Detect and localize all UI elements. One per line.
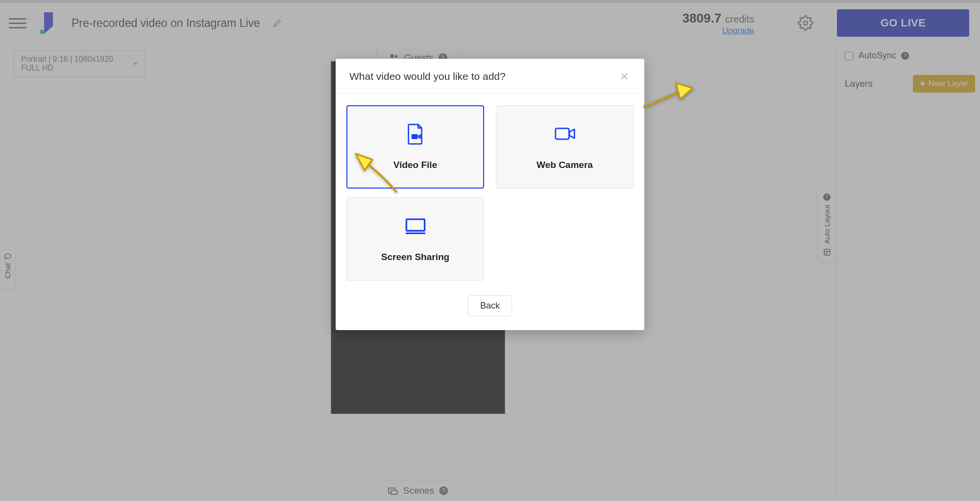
option-web-camera[interactable]: Web Camera (496, 105, 634, 189)
svg-rect-15 (405, 233, 425, 234)
web-camera-icon (554, 123, 576, 145)
option-screen-sharing[interactable]: Screen Sharing (346, 197, 484, 281)
video-file-icon (405, 123, 426, 145)
svg-rect-14 (406, 219, 424, 231)
modal-close-button[interactable]: ✕ (618, 71, 631, 83)
screen-sharing-icon (405, 215, 426, 237)
add-video-modal: What video would you like to add? ✕ Vide… (336, 59, 644, 330)
option-video-file[interactable]: Video File (346, 105, 484, 189)
option-screen-sharing-label: Screen Sharing (381, 252, 449, 262)
svg-rect-12 (555, 128, 569, 139)
svg-rect-10 (411, 134, 417, 139)
option-video-file-label: Video File (393, 160, 437, 170)
option-web-camera-label: Web Camera (537, 160, 593, 170)
svg-marker-13 (569, 129, 574, 138)
modal-back-button[interactable]: Back (468, 295, 512, 316)
svg-marker-11 (418, 134, 420, 139)
modal-title: What video would you like to add? (349, 71, 506, 82)
